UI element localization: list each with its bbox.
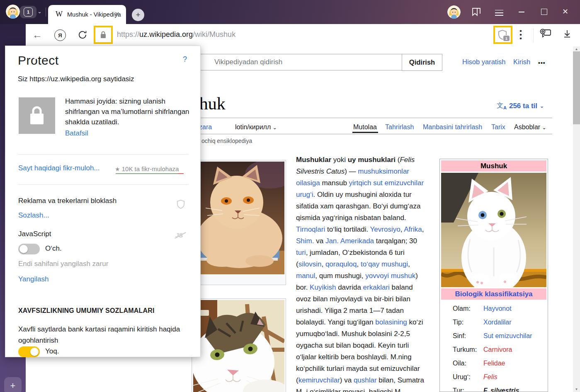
javascript-disabled-icon: JS <box>175 232 183 239</box>
star-icon: ★ <box>115 166 120 172</box>
table-row: Sinf:Sut emizuvchilar <box>441 329 546 343</box>
adblock-settings-link[interactable]: Sozlash... <box>18 211 49 220</box>
scroll-up-icon[interactable]: ▲ <box>573 47 580 51</box>
titlebar-divider <box>46 7 46 17</box>
minimize-icon[interactable] <box>519 12 524 12</box>
taxon-link[interactable]: Felidae <box>483 360 505 367</box>
bookmarks-icon[interactable] <box>471 7 482 19</box>
help-link[interactable]: ? <box>183 55 187 64</box>
refresh-page-link[interactable]: Yangilash <box>18 275 49 283</box>
girl-avatar-icon <box>447 5 461 19</box>
tab-close-icon[interactable]: ✕ <box>114 10 120 18</box>
search-input[interactable] <box>198 54 402 70</box>
language-count-label: 256 ta til <box>509 102 537 110</box>
wikipedia-favicon: W <box>56 10 63 19</box>
close-window-icon[interactable]: ✕ <box>562 7 568 16</box>
shield-badge-count: 1 <box>503 35 510 41</box>
site-tagline: ochiq ensiklopediya <box>201 138 252 144</box>
toolbar-divider <box>533 28 534 42</box>
divider <box>18 184 189 185</box>
tools-dropdown[interactable]: Asboblar ⌄ <box>514 123 546 131</box>
variant-dropdown[interactable]: lotin/кирилл ⌄ <box>235 123 277 131</box>
javascript-state-label: Oʻch. <box>45 244 62 253</box>
rating-bar-positive <box>116 173 178 174</box>
profile-avatar[interactable] <box>6 5 20 19</box>
details-link[interactable]: Batafsil <box>65 129 88 138</box>
tab-count-value: 1 <box>24 7 33 17</box>
tab-tahrirlash[interactable]: Tahrirlash <box>385 123 414 131</box>
tab-tarix[interactable]: Tarix <box>491 123 505 131</box>
browser-window: 1 ⌄ W Mushuk - Vikipediya ✕ + <box>0 0 580 392</box>
infobox-section-header[interactable]: Biologik klassifikatsiya <box>441 288 546 300</box>
connection-status-text: Hammasi joyida: sizning ulanish shifrlan… <box>65 96 190 127</box>
tab-list-chevron-icon[interactable]: ⌄ <box>37 8 42 15</box>
new-tab-button[interactable]: + <box>132 9 144 21</box>
security-settings-header: XAVFSIZLIKNING UMUMIY SOZLAMALARI <box>18 307 155 315</box>
toolbar-kebab-icon[interactable]: ••• <box>519 29 522 40</box>
login-link[interactable]: Kirish <box>513 58 530 66</box>
variant-chevron-icon: ⌄ <box>273 125 277 131</box>
species-infobox: Mushuk Biologik klassifi <box>439 159 548 392</box>
tab-title: Mushuk - Vikipediya <box>67 11 121 18</box>
divider <box>18 154 189 155</box>
javascript-toggle-off[interactable] <box>18 244 40 254</box>
site-lock-highlighted-button[interactable] <box>94 26 113 44</box>
url-scheme: https:// <box>117 30 139 39</box>
scrollbar-thumb[interactable] <box>573 51 580 124</box>
site-feedback-link[interactable]: Sayt haqidagi fikr-muloh... <box>18 164 100 172</box>
download-icon[interactable] <box>561 28 573 41</box>
taxon-link[interactable]: Carnivora <box>483 346 512 353</box>
adblock-label: Reklama va trekerlarni bloklash <box>18 197 116 205</box>
table-row: Turkum:Carnivora <box>441 343 546 357</box>
bank-warning-toggle-on[interactable] <box>18 346 40 357</box>
feedback-rating: ★ 10K ta fikr-mulohaza <box>115 165 179 172</box>
header-more-icon[interactable]: ••• <box>538 60 546 66</box>
sidebar-add-button[interactable]: + <box>4 377 22 392</box>
scroll-down-icon[interactable]: ▼ <box>573 387 580 391</box>
password-manager-icon[interactable] <box>539 27 553 41</box>
taxon-link[interactable]: Sut emizuvchilar <box>483 332 532 340</box>
title-rule <box>162 118 552 118</box>
tabs-rule <box>162 134 552 134</box>
address-url[interactable]: https://uz.wikipedia.org/wiki/Mushuk <box>117 30 235 39</box>
lock-icon <box>29 105 45 126</box>
back-button[interactable]: ← <box>32 29 42 41</box>
protect-panel: Protect ? Siz https://uz.wikipedia.org s… <box>5 46 201 357</box>
refresh-needed-note: Endi sahifani yangilash zarur <box>18 260 108 268</box>
rating-bar <box>116 173 184 174</box>
maximize-icon[interactable] <box>541 9 547 15</box>
rating-bar-negative <box>178 173 184 174</box>
language-chevron-icon: ⌄ <box>540 103 544 109</box>
refresh-icon[interactable] <box>77 29 88 42</box>
site-identity-text: Siz https://uz.wikipedia.org saytidasiz <box>18 75 134 83</box>
menu-icon[interactable] <box>495 8 503 17</box>
url-host: uz.wikipedia.org <box>139 30 193 39</box>
language-selector[interactable]: 文A 256 ta til ⌄ <box>497 102 544 110</box>
tab-manbasini-tahrirlash[interactable]: Manbasini tahrirlash <box>423 123 482 131</box>
page-scrollbar[interactable]: ▲ ▼ <box>573 46 580 392</box>
taxon-link[interactable]: Felis <box>483 373 497 381</box>
toggle-knob <box>19 245 28 253</box>
bank-warning-state-label: Yoq. <box>45 347 59 356</box>
table-row: Tur:F. silvestris <box>441 384 546 392</box>
active-tab-underline <box>352 132 378 133</box>
yandex-icon[interactable]: Я <box>54 29 66 41</box>
tab-count-button[interactable]: 1 <box>20 6 36 18</box>
language-icon: 文A <box>497 102 507 110</box>
article-thumbnail-cat-on-book[interactable] <box>192 160 286 285</box>
lock-icon <box>100 31 107 39</box>
browser-tab-active[interactable]: W Mushuk - Vikipediya ✕ <box>48 5 126 24</box>
infobox-image-white-kitten[interactable] <box>441 173 546 287</box>
url-path: /wiki/Mushuk <box>193 30 235 39</box>
profile-avatar-right[interactable] <box>447 5 461 19</box>
table-row: Tip:Xordalilar <box>441 316 546 329</box>
infobox-title: Mushuk <box>441 160 546 172</box>
article-thumbnail-cat-closeup[interactable] <box>192 298 286 392</box>
tab-mutolaa-active[interactable]: Mutolaa <box>353 123 377 131</box>
create-account-link[interactable]: Hisob yaratish <box>462 58 506 66</box>
protect-shield-highlighted-button[interactable]: 1 <box>493 26 512 44</box>
taxon-link[interactable]: Hayvonot <box>483 305 512 312</box>
search-button[interactable]: Qidirish <box>402 54 442 71</box>
taxon-link[interactable]: Xordalilar <box>483 319 512 326</box>
javascript-label: JavaScript <box>18 230 51 238</box>
